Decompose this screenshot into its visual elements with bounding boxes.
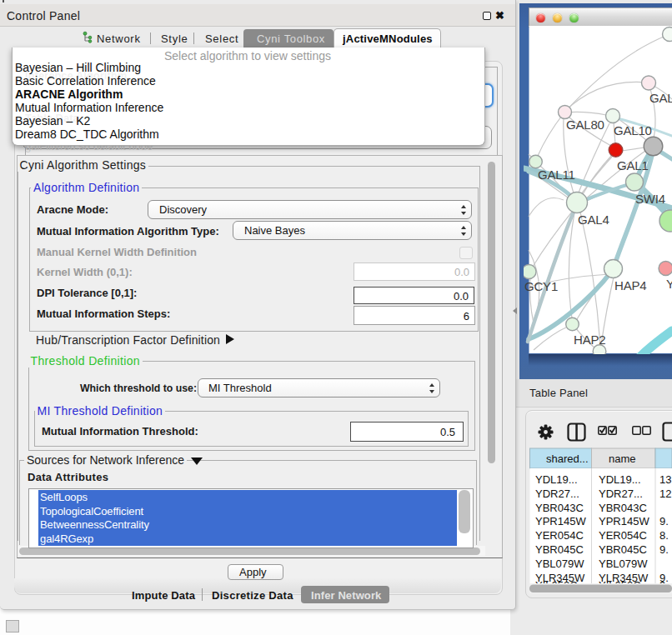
svg-text:Y: Y: [666, 277, 672, 291]
svg-text:YBL079W: YBL079W: [535, 558, 584, 570]
svg-text:SWI4: SWI4: [635, 192, 665, 206]
svg-text:YPR145W: YPR145W: [599, 515, 649, 528]
svg-text:GCY1: GCY1: [524, 279, 558, 293]
svg-text:GAL4: GAL4: [578, 212, 609, 227]
svg-text:12.: 12.: [659, 488, 672, 500]
svg-text:YDL19...: YDL19...: [599, 473, 641, 486]
svg-text:HAP4: HAP4: [614, 278, 646, 292]
svg-text:YBR043C: YBR043C: [599, 502, 647, 514]
svg-text:YBR045C: YBR045C: [535, 543, 584, 556]
svg-text:HAP2: HAP2: [574, 332, 605, 347]
svg-text:13.: 13.: [659, 473, 672, 486]
svg-text:GAL: GAL: [649, 91, 672, 105]
svg-text:8.: 8.: [659, 529, 669, 542]
svg-text:GAL1: GAL1: [617, 158, 649, 172]
svg-text:9.: 9.: [659, 515, 669, 528]
svg-text:shared...: shared...: [546, 452, 589, 465]
svg-text:YBR045C: YBR045C: [599, 543, 647, 556]
svg-text:YPR145W: YPR145W: [535, 515, 586, 528]
svg-text:YDR27...: YDR27...: [535, 488, 579, 500]
svg-text:YER054C: YER054C: [535, 529, 584, 542]
svg-text:YDR27...: YDR27...: [599, 488, 643, 500]
svg-text:YBL079W: YBL079W: [599, 558, 648, 570]
svg-text:9.: 9.: [659, 543, 669, 556]
svg-text:YDL19...: YDL19...: [535, 473, 578, 486]
svg-text:GAL10: GAL10: [614, 123, 652, 138]
svg-text:GAL80: GAL80: [566, 118, 604, 132]
svg-text:name: name: [609, 452, 636, 465]
svg-text:GAL11: GAL11: [538, 168, 575, 182]
svg-text:YER054C: YER054C: [599, 529, 647, 542]
svg-text:YBR043C: YBR043C: [535, 502, 584, 514]
